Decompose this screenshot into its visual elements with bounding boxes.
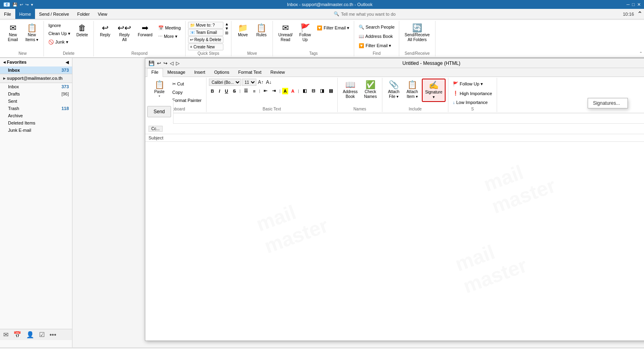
move-btn[interactable]: 📁 Move	[234, 22, 252, 39]
font-family-select[interactable]: Calibri (Bo...	[209, 79, 241, 86]
attach-file-btn[interactable]: 📎 AttachFile ▾	[385, 79, 402, 101]
qs-create-new[interactable]: + Create New	[188, 44, 223, 50]
send-btn[interactable]: Send	[147, 106, 171, 117]
highlight-color-btn[interactable]: A	[282, 88, 289, 94]
reply-all-btn[interactable]: ↩↩ ReplyAll	[115, 22, 134, 44]
sidebar-collapse-btn[interactable]: ◀	[66, 60, 69, 64]
low-importance-btn[interactable]: ↓ Low Importance	[451, 99, 494, 106]
compose-save-icon[interactable]: 💾	[149, 60, 155, 66]
compose-tab-insert[interactable]: Insert	[190, 68, 210, 77]
strikethrough-btn[interactable]: S	[231, 88, 238, 94]
paste-btn[interactable]: 📋 Paste ▾	[149, 79, 169, 100]
compose-tab-options[interactable]: Options	[210, 68, 234, 77]
qs-scroll-up[interactable]: ▲	[225, 22, 229, 26]
subject-input[interactable]	[169, 135, 644, 140]
cc-input[interactable]	[164, 127, 644, 131]
title-minimize[interactable]: ─	[627, 2, 630, 7]
favorites-label[interactable]: ◂ Favorites	[3, 60, 27, 65]
follow-up-compose-btn[interactable]: 🚩 Follow Up ▾	[451, 80, 494, 88]
align-left-btn[interactable]: ◧	[301, 87, 309, 94]
junk-btn[interactable]: 🚫 Junk ▾	[46, 38, 72, 46]
quick-access-redo[interactable]: ↪	[25, 2, 29, 7]
ribbon-expand-btn[interactable]: ⌃	[639, 51, 642, 56]
font-size-select[interactable]: 11	[242, 79, 256, 86]
reply-btn[interactable]: ↩ Reply	[96, 22, 114, 39]
qs-reply-delete[interactable]: ↩ Reply & Delete	[188, 36, 223, 43]
compose-editor[interactable]: mailmaster mailmaster mailmaster ▲ ▼	[145, 142, 644, 341]
check-names-btn[interactable]: ✅ CheckNames	[361, 79, 380, 101]
font-grow-btn[interactable]: A↑	[257, 79, 264, 85]
follow-up-btn[interactable]: 🚩 FollowUp	[296, 22, 314, 44]
list-bullets-btn[interactable]: ☰	[242, 87, 250, 94]
nav-more-icon[interactable]: •••	[50, 331, 56, 339]
cleanup-btn[interactable]: Clean Up ▾	[46, 30, 72, 37]
sidebar-junk[interactable]: Junk E-mail	[0, 127, 72, 134]
filter-email-btn[interactable]: 🔽 Filter Email ▾	[315, 24, 351, 32]
send-receive-all-btn[interactable]: 🔄 Send/ReceiveAll Folders	[402, 22, 432, 44]
title-close[interactable]: ✕	[637, 2, 641, 7]
qs-team-email[interactable]: 📧 Team Email	[188, 29, 223, 36]
sidebar-archive[interactable]: Archive	[0, 112, 72, 119]
nav-people-icon[interactable]: 👤	[26, 331, 34, 339]
compose-redo-icon[interactable]: ↪	[163, 60, 167, 66]
attach-item-btn[interactable]: 📋 AttachItem ▾	[403, 79, 421, 101]
justify-btn[interactable]: ▤	[327, 87, 335, 94]
new-email-btn[interactable]: ✉ NewEmail	[4, 22, 22, 44]
compose-tab-format-text[interactable]: Format Text	[234, 68, 266, 77]
sidebar-drafts[interactable]: Drafts [96]	[0, 90, 72, 98]
title-restore[interactable]: □	[632, 2, 635, 7]
meeting-btn[interactable]: 📅 Meeting	[156, 24, 183, 32]
qs-move-to[interactable]: 📁 Move to: ?	[188, 22, 223, 29]
font-shrink-btn[interactable]: A↓	[265, 79, 272, 85]
nav-tasks-icon[interactable]: ☑	[39, 331, 45, 339]
compose-back-icon[interactable]: ◁	[170, 60, 173, 66]
new-items-btn[interactable]: 📋 NewItems ▾	[23, 22, 41, 44]
cut-btn[interactable]: ✂ Cut	[170, 80, 204, 88]
address-book-compose-btn[interactable]: 📖 AddressBook	[340, 79, 361, 101]
qs-scroll-down[interactable]: ▼	[225, 26, 229, 31]
increase-indent-btn[interactable]: ⇥	[270, 87, 278, 94]
underline-btn[interactable]: U	[223, 88, 230, 94]
filter-email2-btn[interactable]: 🔽 Filter Email ▾	[357, 42, 396, 50]
quick-access-save[interactable]: 💾	[12, 2, 17, 7]
font-color-btn[interactable]: A	[289, 88, 296, 94]
qs-expand[interactable]: ⊞	[225, 31, 229, 35]
compose-tab-review[interactable]: Review	[266, 68, 289, 77]
compose-fwd-icon[interactable]: ▷	[176, 60, 180, 66]
menu-send-receive[interactable]: Send / Receive	[35, 9, 73, 19]
forward-btn[interactable]: ➡ Forward	[135, 22, 155, 39]
tell-me-bar[interactable]: 🔍 Tell me what you want to do	[334, 11, 397, 17]
to-input[interactable]	[163, 116, 644, 121]
signatures-option[interactable]: Signatures...	[588, 98, 627, 108]
cc-btn[interactable]: Cc...	[149, 126, 163, 132]
list-numbers-btn[interactable]: ≡	[251, 88, 257, 94]
sidebar-deleted[interactable]: Deleted Items	[0, 119, 72, 127]
signature-btn[interactable]: ✍ Signature▾	[422, 79, 446, 102]
account-header[interactable]: ▸ support@mailmaster.co.th	[0, 74, 72, 83]
expand-ribbon-btn[interactable]: ⌃	[637, 10, 642, 18]
quick-access-undo[interactable]: ↩	[20, 2, 23, 7]
more-respond-btn[interactable]: ⋯ More ▾	[156, 33, 183, 40]
compose-undo-icon[interactable]: ↩	[157, 60, 161, 66]
compose-tab-file[interactable]: File	[147, 68, 163, 77]
sidebar-sent[interactable]: Sent	[0, 98, 72, 105]
menu-folder[interactable]: Folder	[73, 9, 94, 19]
align-right-btn[interactable]: ◨	[318, 87, 326, 94]
nav-calendar-icon[interactable]: 📅	[13, 331, 21, 339]
menu-home[interactable]: Home	[15, 9, 35, 19]
menu-file[interactable]: File	[0, 9, 15, 19]
sidebar-inbox-favorites[interactable]: Inbox 373	[0, 66, 72, 74]
decrease-indent-btn[interactable]: ⇤	[262, 87, 269, 94]
unread-read-btn[interactable]: ✉ Unread/Read	[275, 22, 295, 44]
menu-view[interactable]: View	[94, 9, 111, 19]
bold-btn[interactable]: B	[209, 88, 216, 94]
high-importance-btn[interactable]: ❗ High Importance	[451, 89, 494, 97]
align-center-btn[interactable]: ⊟	[310, 87, 317, 94]
sidebar-account-inbox[interactable]: Inbox 373	[0, 83, 72, 90]
search-people-btn[interactable]: 🔍 Search People	[357, 23, 396, 31]
ignore-btn[interactable]: Ignore	[46, 22, 72, 29]
copy-btn[interactable]: Copy	[170, 89, 204, 96]
compose-tab-message[interactable]: Message	[163, 68, 190, 77]
italic-btn[interactable]: I	[217, 88, 222, 94]
delete-btn[interactable]: 🗑 Delete	[73, 22, 91, 39]
